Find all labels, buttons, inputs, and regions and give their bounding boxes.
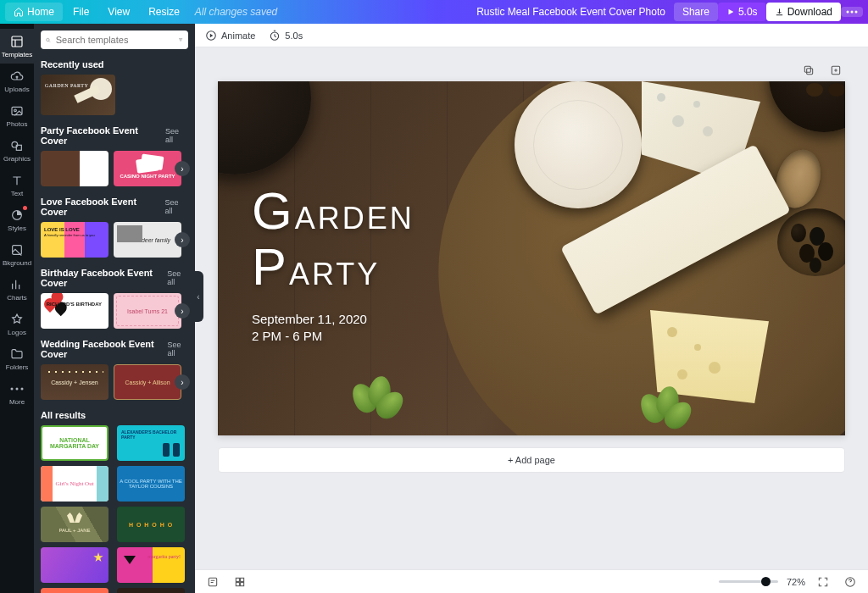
nav-graphics-label: Graphics — [3, 155, 31, 163]
view-menu[interactable]: View — [99, 3, 138, 21]
svg-point-13 — [47, 38, 49, 41]
template-thumb[interactable]: SHOW US WHAT YOU'VE GOT — [41, 588, 108, 593]
template-thumb[interactable]: Isabel Turns 21 — [114, 293, 181, 329]
template-thumb[interactable]: Cassidy + Allison — [114, 364, 181, 400]
nav-logos-label: Logos — [8, 329, 26, 336]
thumb-label: RICHARD'S BIRTHDAY — [47, 302, 102, 308]
svg-point-0 — [847, 11, 849, 14]
download-button[interactable]: Download — [766, 3, 841, 21]
nav-background[interactable]: Bkground — [0, 237, 34, 272]
thumb-label: PAUL + JANE — [58, 528, 90, 533]
carousel-next-button[interactable]: › — [175, 161, 190, 176]
carousel-next-button[interactable]: › — [175, 232, 190, 247]
template-thumb[interactable]: Cassidy + Jensen — [41, 364, 108, 400]
document-title[interactable]: Rustic Meal Facebook Event Cover Photo — [476, 6, 665, 18]
nav-logos[interactable]: Logos — [0, 307, 34, 341]
workspace[interactable]: GardenParty September 11, 20202 PM - 6 P… — [195, 47, 868, 569]
panel-collapse-handle[interactable]: ‹ — [193, 271, 203, 322]
section-recently-used: Recently used — [41, 59, 104, 69]
template-thumb[interactable]: margarita party! — [117, 547, 185, 583]
help-button[interactable] — [841, 574, 860, 590]
present-button[interactable]: 5.0s — [718, 3, 766, 21]
dots-icon — [846, 10, 858, 14]
thumb-label: Isabel Turns 21 — [127, 308, 168, 314]
svg-point-10 — [11, 388, 14, 391]
carousel-next-button[interactable]: › — [175, 374, 190, 390]
see-all-link[interactable]: See all — [165, 127, 188, 144]
nav-templates-label: Templates — [2, 51, 32, 58]
charts-icon — [10, 278, 24, 291]
zoom-level[interactable]: 72% — [787, 577, 805, 587]
design-canvas[interactable]: GardenParty September 11, 20202 PM - 6 P… — [218, 81, 845, 435]
bottom-status-bar: 72% — [195, 569, 868, 593]
svg-rect-19 — [209, 578, 216, 585]
template-thumb[interactable]: GARDEN PARTY — [41, 75, 115, 115]
notes-button[interactable] — [203, 574, 222, 590]
nav-uploads-label: Uploads — [4, 86, 29, 93]
section-all-results: All results — [41, 410, 86, 420]
template-thumb[interactable]: ALEXANDER'S BACHELOR PARTY — [117, 425, 185, 461]
logos-icon — [10, 313, 24, 326]
nav-background-label: Bkground — [3, 259, 31, 267]
search-input[interactable] — [56, 35, 173, 45]
nav-photos[interactable]: Photos — [0, 98, 34, 133]
template-thumb[interactable]: PAUL + JANE — [41, 507, 108, 542]
fullscreen-button[interactable] — [814, 574, 832, 590]
template-thumb[interactable]: RICHARD'S BIRTHDAY — [41, 293, 108, 329]
file-menu[interactable]: File — [64, 3, 97, 21]
see-all-link[interactable]: See all — [165, 198, 188, 215]
carousel-next-button[interactable]: › — [175, 303, 190, 319]
template-thumb[interactable]: LOVE IS LOVEA friendly reminder from us … — [41, 222, 108, 258]
more-menu-button[interactable] — [841, 7, 863, 17]
top-menu-bar: Home File View Resize All changes saved … — [0, 0, 868, 24]
section-love: Love Facebook Event Cover — [41, 197, 165, 217]
thumb-label: ALEXANDER'S BACHELOR PARTY — [121, 430, 185, 440]
nav-charts[interactable]: Charts — [0, 272, 34, 307]
template-thumb[interactable]: deer family — [114, 222, 181, 258]
photos-icon — [10, 104, 24, 118]
nav-charts-label: Charts — [7, 294, 27, 302]
see-all-link[interactable]: See all — [167, 341, 188, 357]
section-birthday: Birthday Facebook Event Cover — [41, 268, 167, 288]
template-thumb[interactable] — [41, 151, 108, 186]
canvas-text-block[interactable]: GardenParty September 11, 20202 PM - 6 P… — [252, 183, 415, 345]
nav-styles[interactable]: Styles — [0, 202, 34, 237]
canvas-title[interactable]: GardenParty — [252, 183, 415, 296]
nav-folders[interactable]: Folders — [0, 341, 34, 376]
animate-button[interactable]: Animate — [205, 30, 255, 42]
add-page-icon-button[interactable] — [826, 63, 845, 78]
filter-icon[interactable] — [178, 34, 183, 46]
download-icon — [775, 8, 784, 17]
grid-view-button[interactable] — [231, 574, 249, 590]
template-thumb[interactable]: A COOL PARTY WITH THE TAYLOR COUSINS — [117, 466, 185, 502]
resize-menu[interactable]: Resize — [140, 3, 188, 21]
template-thumb[interactable]: H O H O H O — [117, 507, 185, 542]
nav-text[interactable]: Text — [0, 168, 34, 202]
see-all-link[interactable]: See all — [167, 269, 188, 286]
svg-rect-16 — [807, 69, 813, 75]
canvas-subtitle[interactable]: September 11, 20202 PM - 6 PM — [252, 311, 415, 346]
nav-templates[interactable]: Templates — [0, 29, 34, 64]
template-thumb[interactable]: CASINO NIGHT — [117, 588, 185, 593]
save-status: All changes saved — [195, 6, 277, 18]
template-thumb[interactable]: CASINO NIGHT PARTY — [114, 151, 181, 186]
duration-label: 5.0s — [285, 30, 303, 41]
templates-panel[interactable]: Recently used GARDEN PARTY Party Faceboo… — [34, 24, 195, 593]
svg-point-12 — [21, 388, 24, 391]
home-menu[interactable]: Home — [5, 3, 63, 21]
nav-uploads[interactable]: Uploads — [0, 64, 34, 98]
zoom-slider[interactable] — [719, 580, 778, 583]
duration-button[interactable]: 5.0s — [269, 30, 303, 42]
add-page-button[interactable]: + Add page — [218, 447, 845, 473]
nav-graphics[interactable]: Graphics — [0, 133, 34, 168]
template-thumb[interactable] — [41, 547, 108, 583]
search-container — [41, 30, 188, 49]
nav-more[interactable]: More — [0, 376, 34, 411]
share-button[interactable]: Share — [674, 3, 718, 21]
thumb-label: Girl's Night Out — [55, 480, 93, 487]
thumb-label: margarita party! — [147, 554, 181, 559]
template-thumb[interactable]: Girl's Night Out — [41, 466, 108, 502]
duplicate-page-button[interactable] — [799, 63, 818, 78]
left-nav-rail: Templates Uploads Photos Graphics Text S… — [0, 24, 34, 593]
template-thumb[interactable]: NATIONAL MARGARITA DAY — [41, 425, 108, 461]
